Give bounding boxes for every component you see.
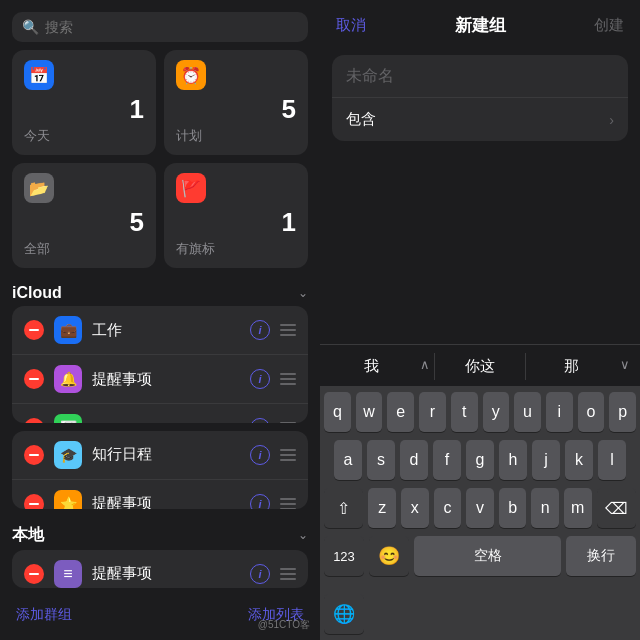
key-p[interactable]: p xyxy=(609,392,636,432)
search-bar[interactable]: 🔍 xyxy=(12,12,308,42)
local-chevron-icon[interactable]: ⌄ xyxy=(298,528,308,542)
suggestion-na[interactable]: 那 xyxy=(526,353,616,380)
delete-work-button[interactable] xyxy=(24,320,44,340)
delete-zhixing-button[interactable] xyxy=(24,445,44,465)
space-key[interactable]: 空格 xyxy=(414,536,561,576)
family-drag-handle[interactable] xyxy=(280,422,296,423)
tile-plan[interactable]: ⏰ 5 计划 xyxy=(164,50,308,155)
work-info-button[interactable]: i xyxy=(250,320,270,340)
local-title: 本地 xyxy=(12,525,44,546)
local-groups-list: 🎓 知行日程 i ⭐ 提醒事项 i xyxy=(12,431,308,509)
key-t[interactable]: t xyxy=(451,392,478,432)
keyboard: q w e r t y u i o p a s d f g h j k xyxy=(320,386,640,590)
delete-family-button[interactable] xyxy=(24,418,44,423)
globe-key[interactable]: 🌐 xyxy=(324,594,364,634)
family-info-button[interactable]: i xyxy=(250,418,270,423)
contains-chevron-icon: › xyxy=(609,112,614,128)
tile-plan-label: 计划 xyxy=(176,127,296,145)
tixing-drag-handle[interactable] xyxy=(280,498,296,509)
tixing-controls: i xyxy=(250,494,296,509)
contains-row[interactable]: 包含 › xyxy=(332,98,628,141)
key-k[interactable]: k xyxy=(565,440,593,480)
nav-bar: 取消 新建组 创建 xyxy=(320,0,640,47)
key-c[interactable]: c xyxy=(434,488,462,528)
tile-flagged-icon: 🚩 xyxy=(176,173,206,203)
zhixing-controls: i xyxy=(250,445,296,465)
work-controls: i xyxy=(250,320,296,340)
key-row-3: ⇧ z x c v b n m ⌫ xyxy=(324,488,636,528)
zhixing-drag-handle[interactable] xyxy=(280,449,296,461)
shift-key[interactable]: ⇧ xyxy=(324,488,363,528)
key-row-2: a s d f g h j k l xyxy=(324,440,636,480)
key-l[interactable]: l xyxy=(598,440,626,480)
key-s[interactable]: s xyxy=(367,440,395,480)
key-f[interactable]: f xyxy=(433,440,461,480)
tile-flagged-label: 有旗标 xyxy=(176,240,296,258)
tile-today[interactable]: 📅 1 今天 xyxy=(12,50,156,155)
zhixing-icon: 🎓 xyxy=(54,441,82,469)
right-panel: 取消 新建组 创建 包含 › 我 ∧ 你这 那 ∨ q w e xyxy=(320,0,640,640)
emoji-key[interactable]: 😊 xyxy=(369,536,409,576)
family-icon: 👨‍👩‍👧 xyxy=(54,414,82,423)
key-m[interactable]: m xyxy=(564,488,592,528)
name-input-row[interactable] xyxy=(332,55,628,98)
work-drag-handle[interactable] xyxy=(280,324,296,336)
delete-tixing-button[interactable] xyxy=(24,494,44,509)
zhixing-info-button[interactable]: i xyxy=(250,445,270,465)
key-w[interactable]: w xyxy=(356,392,383,432)
family-controls: i xyxy=(250,418,296,423)
key-d[interactable]: d xyxy=(400,440,428,480)
contains-label: 包含 xyxy=(346,110,376,129)
list-item-tixing[interactable]: ⭐ 提醒事项 i xyxy=(12,480,308,509)
key-j[interactable]: j xyxy=(532,440,560,480)
key-u[interactable]: u xyxy=(514,392,541,432)
zhixing-label: 知行日程 xyxy=(92,445,240,464)
key-o[interactable]: o xyxy=(578,392,605,432)
key-n[interactable]: n xyxy=(531,488,559,528)
delete-local-reminder-button[interactable] xyxy=(24,564,44,584)
search-input[interactable] xyxy=(45,19,298,35)
key-e[interactable]: e xyxy=(387,392,414,432)
suggestion-wo[interactable]: 我 xyxy=(326,353,416,380)
tile-all[interactable]: 📂 5 全部 xyxy=(12,163,156,268)
key-h[interactable]: h xyxy=(499,440,527,480)
key-b[interactable]: b xyxy=(499,488,527,528)
form-section: 包含 › xyxy=(332,55,628,141)
tixing-info-button[interactable]: i xyxy=(250,494,270,509)
reminder-info-button[interactable]: i xyxy=(250,369,270,389)
key-row-1: q w e r t y u i o p xyxy=(324,392,636,432)
tile-all-count: 5 xyxy=(130,207,144,238)
return-key[interactable]: 换行 xyxy=(566,536,636,576)
icloud-chevron-icon[interactable]: ⌄ xyxy=(298,286,308,300)
key-i[interactable]: i xyxy=(546,392,573,432)
local-reminder-info-button[interactable]: i xyxy=(250,564,270,584)
delete-reminder-button[interactable] xyxy=(24,369,44,389)
key-v[interactable]: v xyxy=(466,488,494,528)
list-item-zhixing[interactable]: 🎓 知行日程 i xyxy=(12,431,308,480)
list-item-work[interactable]: 💼 工作 i xyxy=(12,306,308,355)
tixing-label: 提醒事项 xyxy=(92,494,240,508)
delete-key[interactable]: ⌫ xyxy=(597,488,636,528)
list-item-family[interactable]: 👨‍👩‍👧 Family i xyxy=(12,404,308,423)
tile-flagged[interactable]: 🚩 1 有旗标 xyxy=(164,163,308,268)
suggestion-ni[interactable]: 你这 xyxy=(434,353,526,380)
icloud-title: iCloud xyxy=(12,284,62,302)
cancel-button[interactable]: 取消 xyxy=(336,16,366,35)
key-r[interactable]: r xyxy=(419,392,446,432)
key-y[interactable]: y xyxy=(483,392,510,432)
reminder-label: 提醒事项 xyxy=(92,370,240,389)
numbers-key[interactable]: 123 xyxy=(324,536,364,576)
list-item-reminder[interactable]: 🔔 提醒事项 i xyxy=(12,355,308,404)
key-z[interactable]: z xyxy=(368,488,396,528)
add-group-button[interactable]: 添加群组 xyxy=(16,606,72,624)
key-q[interactable]: q xyxy=(324,392,351,432)
list-item-local-reminder[interactable]: ≡ 提醒事项 i xyxy=(12,550,308,588)
key-g[interactable]: g xyxy=(466,440,494,480)
group-name-input[interactable] xyxy=(346,67,614,85)
reminder-drag-handle[interactable] xyxy=(280,373,296,385)
local-reminder-drag-handle[interactable] xyxy=(280,568,296,580)
icloud-section-header: iCloud ⌄ xyxy=(0,276,320,306)
create-button[interactable]: 创建 xyxy=(594,16,624,35)
key-x[interactable]: x xyxy=(401,488,429,528)
key-a[interactable]: a xyxy=(334,440,362,480)
